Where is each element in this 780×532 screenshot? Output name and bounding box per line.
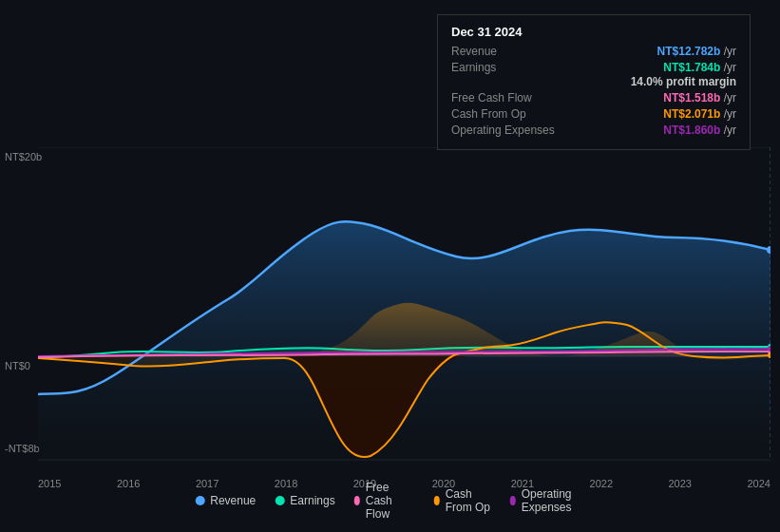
y-label-top: NT$20b [5, 147, 42, 164]
x-label-2015: 2015 [38, 478, 61, 489]
legend-label-opex: Operating Expenses [522, 487, 585, 514]
tooltip-row-opex: Operating Expenses NT$1.860b /yr [451, 124, 736, 137]
legend-opex[interactable]: Operating Expenses [510, 487, 585, 514]
legend-label-earnings: Earnings [290, 494, 334, 507]
x-label-2022: 2022 [590, 478, 613, 489]
tooltip-value-opex: NT$1.860b /yr [663, 124, 736, 137]
tooltip-row-revenue: Revenue NT$12.782b /yr [451, 45, 736, 58]
legend-earnings[interactable]: Earnings [275, 494, 334, 507]
tooltip-label-opex: Operating Expenses [451, 124, 556, 137]
legend-dot-cashfromop [434, 496, 440, 505]
tooltip-label-cashfromop: Cash From Op [451, 107, 556, 121]
chart-container: Dec 31 2024 Revenue NT$12.782b /yr Earni… [0, 0, 780, 532]
legend-dot-opex [510, 496, 516, 505]
tooltip-label-fcf: Free Cash Flow [451, 91, 556, 104]
y-label-mid: NT$0 [5, 356, 30, 373]
tooltip-value-earnings: NT$1.784b /yr [663, 61, 736, 74]
tooltip-row-fcf: Free Cash Flow NT$1.518b /yr [451, 91, 736, 104]
legend-label-revenue: Revenue [210, 494, 256, 507]
tooltip-margin-value: 14.0% profit margin [631, 75, 736, 88]
legend-dot-fcf [354, 496, 360, 505]
legend-label-cashfromop: Cash From Op [446, 487, 491, 514]
legend-dot-revenue [195, 496, 204, 505]
chart-svg [38, 147, 770, 461]
tooltip-value-revenue: NT$12.782b /yr [657, 45, 736, 58]
x-label-2024: 2024 [747, 478, 770, 489]
chart-legend: Revenue Earnings Free Cash Flow Cash Fro… [195, 481, 585, 521]
tooltip-row-earnings: Earnings NT$1.784b /yr [451, 61, 736, 74]
tooltip-row-cashfromop: Cash From Op NT$2.071b /yr [451, 107, 736, 121]
x-label-2023: 2023 [669, 478, 692, 489]
legend-revenue[interactable]: Revenue [195, 494, 256, 507]
tooltip-value-fcf: NT$1.518b /yr [663, 91, 736, 104]
x-label-2016: 2016 [117, 478, 140, 489]
tooltip-label-revenue: Revenue [451, 45, 556, 58]
legend-dot-earnings [275, 496, 284, 505]
legend-fcf[interactable]: Free Cash Flow [354, 481, 415, 521]
legend-label-fcf: Free Cash Flow [366, 481, 415, 521]
tooltip-date: Dec 31 2024 [451, 25, 736, 39]
tooltip-label-earnings: Earnings [451, 61, 556, 74]
tooltip-sub-margin: 14.0% profit margin [451, 75, 736, 88]
tooltip-box: Dec 31 2024 Revenue NT$12.782b /yr Earni… [437, 14, 751, 150]
legend-cashfromop[interactable]: Cash From Op [434, 487, 491, 514]
y-label-bottom: -NT$8b [5, 439, 40, 456]
tooltip-value-cashfromop: NT$2.071b /yr [663, 107, 736, 121]
